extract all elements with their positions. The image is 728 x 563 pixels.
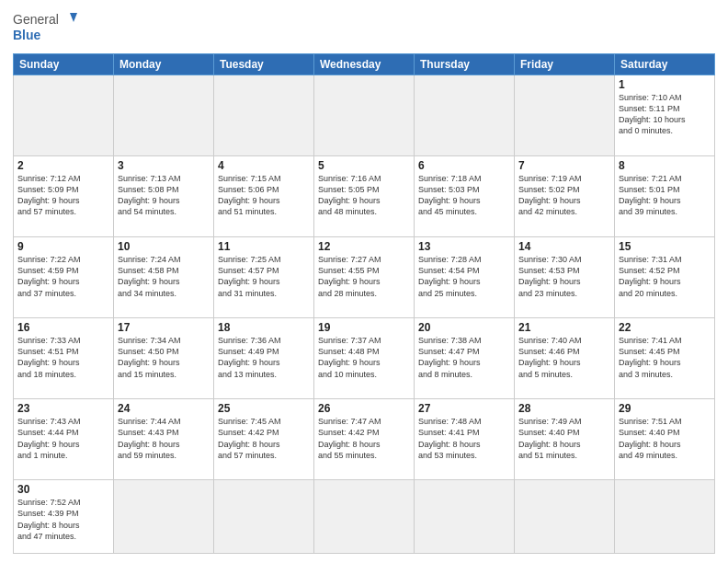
- calendar-cell: 20Sunrise: 7:38 AMSunset: 4:47 PMDayligh…: [415, 318, 515, 399]
- day-number: 10: [118, 240, 210, 253]
- day-number: 21: [518, 321, 610, 334]
- calendar-week-row: 2Sunrise: 7:12 AMSunset: 5:09 PMDaylight…: [14, 156, 715, 237]
- day-number: 20: [418, 321, 510, 334]
- day-number: 11: [218, 240, 310, 253]
- calendar-cell: 13Sunrise: 7:28 AMSunset: 4:54 PMDayligh…: [415, 237, 515, 318]
- calendar-cell: 7Sunrise: 7:19 AMSunset: 5:02 PMDaylight…: [515, 156, 615, 237]
- day-info: Sunrise: 7:27 AMSunset: 4:55 PMDaylight:…: [318, 254, 410, 299]
- day-number: 28: [518, 402, 610, 415]
- day-info: Sunrise: 7:18 AMSunset: 5:03 PMDaylight:…: [418, 173, 510, 218]
- calendar-cell: 5Sunrise: 7:16 AMSunset: 5:05 PMDaylight…: [314, 156, 415, 237]
- day-info: Sunrise: 7:15 AMSunset: 5:06 PMDaylight:…: [218, 173, 310, 218]
- calendar-cell: 9Sunrise: 7:22 AMSunset: 4:59 PMDaylight…: [14, 237, 114, 318]
- calendar-cell: [14, 75, 114, 156]
- calendar-cell: 19Sunrise: 7:37 AMSunset: 4:48 PMDayligh…: [314, 318, 415, 399]
- day-number: 30: [17, 483, 109, 496]
- day-info: Sunrise: 7:13 AMSunset: 5:08 PMDaylight:…: [118, 173, 210, 218]
- day-number: 19: [318, 321, 410, 334]
- calendar-cell: [214, 75, 314, 156]
- day-info: Sunrise: 7:51 AMSunset: 4:40 PMDaylight:…: [619, 416, 711, 461]
- weekday-header-row: SundayMondayTuesdayWednesdayThursdayFrid…: [14, 54, 715, 75]
- calendar-cell: [515, 75, 615, 156]
- calendar-cell: 10Sunrise: 7:24 AMSunset: 4:58 PMDayligh…: [114, 237, 214, 318]
- calendar-cell: [515, 480, 615, 554]
- day-number: 24: [118, 402, 210, 415]
- day-info: Sunrise: 7:25 AMSunset: 4:57 PMDaylight:…: [218, 254, 310, 299]
- weekday-header-saturday: Saturday: [615, 54, 715, 75]
- day-info: Sunrise: 7:24 AMSunset: 4:58 PMDaylight:…: [118, 254, 210, 299]
- calendar-week-row: 23Sunrise: 7:43 AMSunset: 4:44 PMDayligh…: [14, 399, 715, 480]
- svg-marker-2: [70, 13, 77, 22]
- calendar-cell: 18Sunrise: 7:36 AMSunset: 4:49 PMDayligh…: [214, 318, 314, 399]
- weekday-header-sunday: Sunday: [14, 54, 114, 75]
- calendar-cell: 3Sunrise: 7:13 AMSunset: 5:08 PMDaylight…: [114, 156, 214, 237]
- day-number: 3: [118, 159, 210, 172]
- day-number: 27: [418, 402, 510, 415]
- day-info: Sunrise: 7:45 AMSunset: 4:42 PMDaylight:…: [218, 416, 310, 461]
- day-info: Sunrise: 7:22 AMSunset: 4:59 PMDaylight:…: [17, 254, 109, 299]
- day-info: Sunrise: 7:40 AMSunset: 4:46 PMDaylight:…: [518, 335, 610, 380]
- calendar-week-row: 9Sunrise: 7:22 AMSunset: 4:59 PMDaylight…: [14, 237, 715, 318]
- day-info: Sunrise: 7:49 AMSunset: 4:40 PMDaylight:…: [518, 416, 610, 461]
- day-info: Sunrise: 7:44 AMSunset: 4:43 PMDaylight:…: [118, 416, 210, 461]
- day-number: 29: [619, 402, 711, 415]
- day-info: Sunrise: 7:48 AMSunset: 4:41 PMDaylight:…: [418, 416, 510, 461]
- calendar-cell: 30Sunrise: 7:52 AMSunset: 4:39 PMDayligh…: [14, 480, 114, 554]
- header: General Blue: [13, 9, 715, 48]
- generalblue-logo-icon: General Blue: [13, 9, 77, 48]
- day-number: 25: [218, 402, 310, 415]
- day-info: Sunrise: 7:21 AMSunset: 5:01 PMDaylight:…: [619, 173, 711, 218]
- calendar-cell: [114, 75, 214, 156]
- day-info: Sunrise: 7:43 AMSunset: 4:44 PMDaylight:…: [17, 416, 109, 461]
- weekday-header-tuesday: Tuesday: [214, 54, 314, 75]
- day-info: Sunrise: 7:47 AMSunset: 4:42 PMDaylight:…: [318, 416, 410, 461]
- calendar-cell: 22Sunrise: 7:41 AMSunset: 4:45 PMDayligh…: [615, 318, 715, 399]
- weekday-header-thursday: Thursday: [415, 54, 515, 75]
- day-number: 12: [318, 240, 410, 253]
- calendar-cell: 15Sunrise: 7:31 AMSunset: 4:52 PMDayligh…: [615, 237, 715, 318]
- day-number: 5: [318, 159, 410, 172]
- calendar-cell: [114, 480, 214, 554]
- day-number: 6: [418, 159, 510, 172]
- calendar-cell: 14Sunrise: 7:30 AMSunset: 4:53 PMDayligh…: [515, 237, 615, 318]
- day-info: Sunrise: 7:31 AMSunset: 4:52 PMDaylight:…: [619, 254, 711, 299]
- calendar-cell: 17Sunrise: 7:34 AMSunset: 4:50 PMDayligh…: [114, 318, 214, 399]
- calendar-week-row: 1Sunrise: 7:10 AMSunset: 5:11 PMDaylight…: [14, 75, 715, 156]
- day-info: Sunrise: 7:34 AMSunset: 4:50 PMDaylight:…: [118, 335, 210, 380]
- logo: General Blue: [13, 9, 77, 48]
- calendar-cell: 25Sunrise: 7:45 AMSunset: 4:42 PMDayligh…: [214, 399, 314, 480]
- calendar-cell: 21Sunrise: 7:40 AMSunset: 4:46 PMDayligh…: [515, 318, 615, 399]
- calendar-week-row: 16Sunrise: 7:33 AMSunset: 4:51 PMDayligh…: [14, 318, 715, 399]
- day-info: Sunrise: 7:33 AMSunset: 4:51 PMDaylight:…: [17, 335, 109, 380]
- calendar-cell: 6Sunrise: 7:18 AMSunset: 5:03 PMDaylight…: [415, 156, 515, 237]
- day-info: Sunrise: 7:38 AMSunset: 4:47 PMDaylight:…: [418, 335, 510, 380]
- svg-text:Blue: Blue: [13, 28, 41, 42]
- calendar-cell: [314, 480, 415, 554]
- day-number: 16: [17, 321, 109, 334]
- day-info: Sunrise: 7:37 AMSunset: 4:48 PMDaylight:…: [318, 335, 410, 380]
- day-number: 22: [619, 321, 711, 334]
- calendar-cell: 1Sunrise: 7:10 AMSunset: 5:11 PMDaylight…: [615, 75, 715, 156]
- calendar-cell: 8Sunrise: 7:21 AMSunset: 5:01 PMDaylight…: [615, 156, 715, 237]
- day-info: Sunrise: 7:16 AMSunset: 5:05 PMDaylight:…: [318, 173, 410, 218]
- day-number: 14: [518, 240, 610, 253]
- calendar-cell: [615, 480, 715, 554]
- day-number: 23: [17, 402, 109, 415]
- calendar-cell: 11Sunrise: 7:25 AMSunset: 4:57 PMDayligh…: [214, 237, 314, 318]
- day-info: Sunrise: 7:41 AMSunset: 4:45 PMDaylight:…: [619, 335, 711, 380]
- calendar-cell: 29Sunrise: 7:51 AMSunset: 4:40 PMDayligh…: [615, 399, 715, 480]
- calendar-cell: [415, 75, 515, 156]
- calendar-cell: [314, 75, 415, 156]
- day-info: Sunrise: 7:30 AMSunset: 4:53 PMDaylight:…: [518, 254, 610, 299]
- calendar-cell: 26Sunrise: 7:47 AMSunset: 4:42 PMDayligh…: [314, 399, 415, 480]
- day-number: 17: [118, 321, 210, 334]
- weekday-header-wednesday: Wednesday: [314, 54, 415, 75]
- calendar-cell: 27Sunrise: 7:48 AMSunset: 4:41 PMDayligh…: [415, 399, 515, 480]
- day-info: Sunrise: 7:36 AMSunset: 4:49 PMDaylight:…: [218, 335, 310, 380]
- day-info: Sunrise: 7:19 AMSunset: 5:02 PMDaylight:…: [518, 173, 610, 218]
- calendar-table: SundayMondayTuesdayWednesdayThursdayFrid…: [13, 53, 715, 554]
- calendar-cell: [415, 480, 515, 554]
- calendar-cell: 12Sunrise: 7:27 AMSunset: 4:55 PMDayligh…: [314, 237, 415, 318]
- day-info: Sunrise: 7:10 AMSunset: 5:11 PMDaylight:…: [619, 92, 711, 137]
- day-number: 18: [218, 321, 310, 334]
